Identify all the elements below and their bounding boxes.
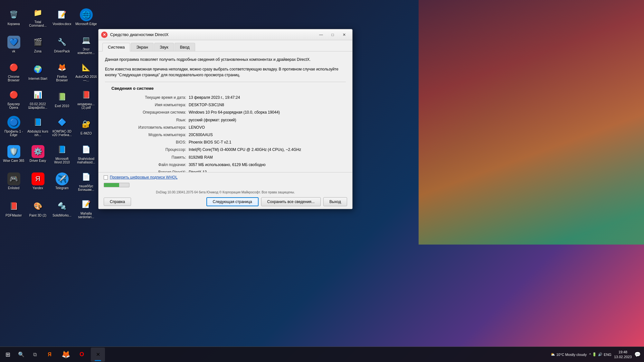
korzina-icon: 🗑️ bbox=[7, 8, 20, 21]
desktop-icon-ms-word[interactable]: 📘 Microsoft Word 2010 bbox=[50, 140, 74, 167]
desktop-icon-autocad[interactable]: 📐 AutoCAD 2016 —... bbox=[74, 58, 98, 85]
value-datetime: 13 февраля 2023 г., 19:47:24 bbox=[189, 95, 346, 101]
desktop-icon-voxidov[interactable]: 📝 Voxidov.docx bbox=[50, 3, 74, 31]
whql-checkbox-label[interactable]: Проверить цифровые подписи WHQL bbox=[110, 175, 177, 180]
desktop-icon-profil-edge[interactable]: 🔵 Профиль 1 - Edge bbox=[2, 113, 26, 140]
notification-area: ^ 🔋 🔊 ENG bbox=[589, 352, 611, 357]
driverpack-icon: 🔧 bbox=[56, 36, 69, 49]
wise-care-icon: 🛡️ bbox=[7, 145, 20, 158]
dialog-titlebar: ✕ Средство диагностики DirectX — □ ✕ bbox=[99, 29, 352, 40]
zona-icon: 🎬 bbox=[32, 36, 44, 49]
maximize-button[interactable]: □ bbox=[327, 30, 338, 39]
dialog-divider-1 bbox=[105, 82, 346, 82]
taskbar-clock[interactable]: 19:48 13.02.2023 bbox=[614, 350, 632, 359]
tab-system[interactable]: Система bbox=[102, 43, 130, 51]
tab-sound[interactable]: Звук bbox=[154, 43, 174, 51]
next-page-button[interactable]: Следующая страница bbox=[206, 197, 259, 206]
desktop-icon-etot[interactable]: 💻 Этот компьюте... bbox=[74, 31, 98, 58]
ms-word-icon: 📘 bbox=[56, 143, 69, 156]
whql-checkbox[interactable] bbox=[104, 175, 108, 180]
dialog-buttons-row: Справка Следующая страница Сохранить все… bbox=[104, 197, 347, 206]
value-model: 20C600AAUS bbox=[189, 132, 346, 138]
label-manufacturer: Изготовитель компьютера: bbox=[105, 125, 189, 131]
desktop-icon-kompas[interactable]: 🔷 КОМПАС-3D v20 Учебна... bbox=[50, 113, 74, 140]
task-view-button[interactable]: ⧉ bbox=[28, 348, 41, 361]
value-directx-ver: DirectX 12 bbox=[189, 169, 346, 172]
desktop-icon-chrome[interactable]: 🔴 Chrome Browser bbox=[2, 58, 26, 85]
volume-icon[interactable]: 🔊 bbox=[598, 352, 602, 357]
table-row: Версия DirectX: DirectX 12 bbox=[105, 169, 346, 172]
label-directx-ver: Версия DirectX: bbox=[105, 169, 189, 172]
desktop-icon-total-commander[interactable]: 📁 Total Command... bbox=[26, 3, 50, 31]
progress-bar-fill bbox=[104, 183, 119, 187]
desktop-icon-shahriobod[interactable]: 📄 Shahriobod mahallasid... bbox=[74, 140, 98, 167]
desktop-icon-microsoft-edge[interactable]: 🌐 Microsoft Edge bbox=[74, 3, 98, 31]
notification-button[interactable]: 💬 bbox=[634, 351, 641, 357]
taskbar-app-ya-browser[interactable]: Я bbox=[43, 348, 57, 362]
close-button[interactable]: ✕ bbox=[339, 30, 350, 39]
label-pagefile: Файл подкачки: bbox=[105, 162, 189, 168]
search-button[interactable]: 🔍 bbox=[15, 347, 27, 362]
desktop-icon-solidworks[interactable]: 🔩 SolidWorks... bbox=[50, 195, 74, 222]
table-row: Файл подкачки: 3057 МБ использовано, 612… bbox=[105, 161, 346, 169]
solidworks-icon: 🔩 bbox=[56, 200, 69, 213]
desktop-bg-right bbox=[419, 0, 644, 245]
desktop-icon-enlisted[interactable]: 🎮 Enlisted bbox=[2, 167, 26, 195]
value-pagefile: 3057 МБ использовано, 6129 МБ свободно bbox=[189, 162, 346, 168]
desktop-icon-tashabbus[interactable]: 📄 ташаббус Богишам... bbox=[74, 167, 98, 195]
dialog-footer: Проверить цифровые подписи WHQL DxDiag 1… bbox=[99, 172, 352, 209]
minimize-button[interactable]: — bbox=[316, 30, 327, 39]
table-row: Имя компьютера: DESKTOP-S3IC1N8 bbox=[105, 101, 346, 109]
battery-icon: 🔋 bbox=[592, 352, 597, 357]
desktop-icon-eimzo[interactable]: 🔐 E-IMZO bbox=[74, 113, 98, 140]
desktop-icon-telegram[interactable]: ✈️ Telegram bbox=[50, 167, 74, 195]
weather-widget: ⛅ 10°C Mostly cloudy bbox=[551, 352, 587, 357]
tab-screen[interactable]: Экран bbox=[131, 43, 154, 51]
label-memory: Память: bbox=[105, 154, 189, 161]
desktop-icon-pdfmaster[interactable]: 📕 PDFMaster bbox=[2, 195, 26, 222]
value-os: Windows 10 Pro 64-разрядная (10.0, сборк… bbox=[189, 109, 346, 116]
desktop-icon-mahalla[interactable]: 📝 Mahalla sardorlari... bbox=[74, 195, 98, 222]
tab-input[interactable]: Ввод bbox=[175, 43, 195, 51]
help-button[interactable]: Справка bbox=[104, 198, 131, 206]
start-button[interactable]: ⊞ bbox=[0, 347, 15, 362]
progress-area bbox=[104, 183, 347, 187]
chevron-up-icon[interactable]: ^ bbox=[589, 353, 591, 357]
desktop-icon-driverpack[interactable]: 🔧 DriverPack bbox=[50, 31, 74, 58]
desktop-icon-korzina[interactable]: 🗑️ Корзина bbox=[2, 3, 26, 31]
desktop-icon-yandex[interactable]: Я Yandex bbox=[26, 167, 50, 195]
label-bios: BIOS: bbox=[105, 139, 189, 145]
value-bios: Phoenix BIOS SC-T v2.1 bbox=[189, 139, 346, 145]
table-row: Модель компьютера: 20C600AAUS bbox=[105, 131, 346, 139]
desktop-icon-firefox[interactable]: 🦊 Firefox Browser bbox=[50, 58, 74, 85]
total-commander-icon: 📁 bbox=[32, 6, 44, 19]
desktop-icon-03022022[interactable]: 📊 03.02.2022 Шарафобо... bbox=[26, 85, 50, 113]
weather-text: 10°C Mostly cloudy bbox=[556, 353, 587, 357]
desktop-icon-wise-care[interactable]: 🛡️ Wise Care 365 bbox=[2, 140, 26, 167]
desktop-icon-kizdirish[interactable]: 📕 киздириш... (2).pdf bbox=[74, 85, 98, 113]
save-all-button[interactable]: Сохранить все сведения... bbox=[261, 197, 321, 206]
pdf-icon: 📕 bbox=[80, 88, 93, 101]
desktop-icon-internet-start[interactable]: 🌍 Internet-Start bbox=[26, 58, 50, 85]
driver-easy-icon: ⚙️ bbox=[32, 145, 44, 158]
taskbar-app-firefox[interactable]: 🦊 bbox=[59, 348, 73, 362]
taskbar-app-opera[interactable]: O bbox=[75, 348, 89, 362]
desktop-icon-vk[interactable]: 💙 vk bbox=[2, 31, 26, 58]
desktop-icon-zona[interactable]: 🎬 Zona bbox=[26, 31, 50, 58]
desktop-icon-driver-easy[interactable]: ⚙️ Driver Easy bbox=[26, 140, 50, 167]
taskbar-app-directx[interactable]: ✕ bbox=[91, 348, 105, 362]
desktop-icon-opera[interactable]: 🔴 Браузер Opera bbox=[2, 85, 26, 113]
excel-icon: 📗 bbox=[56, 90, 69, 103]
desktop-icon-excel[interactable]: 📗 Exel 2010 bbox=[50, 85, 74, 113]
label-cpu: Процессор: bbox=[105, 147, 189, 153]
progress-bar-container bbox=[104, 183, 129, 187]
desktop-icon-abdulaziz[interactable]: 📘 Abdulaziz kurs ish... bbox=[26, 113, 50, 140]
exit-button[interactable]: Выход bbox=[323, 197, 347, 206]
desktop-icon-paint3d[interactable]: 🎨 Paint 3D (2) bbox=[26, 195, 50, 222]
desktop-icons-area: 🗑️ Корзина 📁 Total Command... 📝 Voxidov.… bbox=[0, 0, 103, 245]
vk-icon: 💙 bbox=[7, 36, 20, 49]
autocad-icon: 📐 bbox=[80, 61, 93, 74]
language-indicator[interactable]: ENG bbox=[604, 353, 611, 357]
table-row: Операционная система: Windows 10 Pro 64-… bbox=[105, 109, 346, 116]
tashabbus-icon: 📄 bbox=[80, 171, 93, 183]
